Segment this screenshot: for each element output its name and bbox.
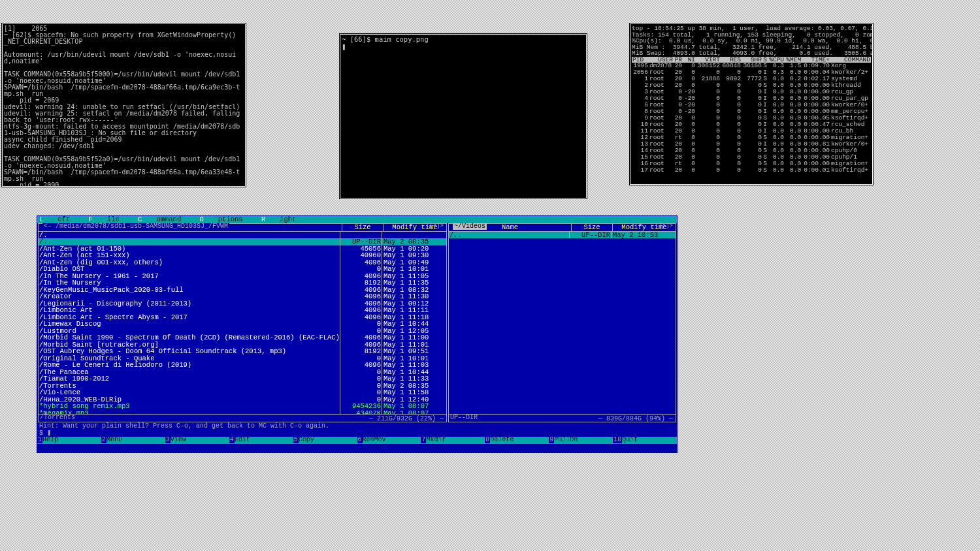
process-row[interactable]: 17root200000S0.00.00:00.01ksoftirqd+ <box>632 167 871 174</box>
fkey-help[interactable]: 1Help <box>37 437 101 444</box>
fkey-edit[interactable]: 4Edit <box>229 437 293 444</box>
mc-right-path[interactable]: ~/Videos <box>453 223 487 230</box>
mc-scroll-indicator: [^] <box>664 437 675 443</box>
terminal-output: ~ [66]$ maim copy.png ❚ <box>342 36 585 50</box>
mc-right-status: UP--DIR — 839G/884G (94%) — <box>449 414 676 422</box>
file-row[interactable]: /Ant-Zen (act 151-xxx)40960May 1 09:30 <box>39 252 446 259</box>
fkey-copy[interactable]: 5Copy <box>293 437 357 444</box>
mc-right-panel[interactable]: ~/Videos .[^]> Name Size Modify time /..… <box>448 223 676 422</box>
fkey-menu[interactable]: 2Menu <box>101 437 165 444</box>
file-row[interactable]: /Limewax Discog0May 1 10:44 <box>39 321 446 328</box>
mc-left-panel[interactable]: <- /media/dm2078/sdb1-usb-SAMSUNG_HD103S… <box>38 223 447 422</box>
terminal-top[interactable]: top - 10:54:25 up 38 min, 1 user, load a… <box>630 24 873 185</box>
col-size[interactable]: Size <box>342 224 383 231</box>
mc-function-keys[interactable]: 1Help2Menu3View4Edit5Copy6RenMov7Mkdir8D… <box>37 437 677 444</box>
mc-hint: Hint: Want your plain shell? Press C-o, … <box>37 422 677 430</box>
file-row[interactable]: /In the Nursery8192May 1 11:35 <box>39 279 446 287</box>
mc-right-file-list[interactable]: /..UP--DIRMay 2 10:53 <box>449 232 676 415</box>
file-row[interactable]: /Morbid Saint 1990 - Spectrum Of Death (… <box>39 334 446 341</box>
col-size[interactable]: Size <box>571 224 612 231</box>
fkey-pulldn[interactable]: 9PullDn <box>549 437 613 444</box>
mc-panel-controls[interactable]: .[^]> <box>426 223 444 229</box>
file-row[interactable]: /Tiamat 1990-20120May 1 11:33 <box>39 375 446 383</box>
file-row[interactable]: /Vio-Lence0May 1 11:58 <box>39 389 446 396</box>
fkey-renmov[interactable]: 6RenMov <box>357 437 421 444</box>
midnight-commander-window[interactable]: Left File Command Options Right <- /medi… <box>37 215 678 453</box>
file-row[interactable]: /Limbonic Art4096May 1 11:11 <box>39 307 446 314</box>
terminal-spacefm[interactable]: [1] 2065 ~ [62]$ spacefm: No such proper… <box>2 24 246 187</box>
file-row[interactable]: *hybrid song remix.mp39454236May 1 08:07 <box>39 403 446 410</box>
mc-left-file-list[interactable]: /./..UP--DIRMay 2 08:35/Ant-Zen (act 01-… <box>39 232 446 415</box>
top-header: top - 10:54:25 up 38 min, 1 user, load a… <box>632 25 871 57</box>
mc-panel-controls[interactable]: .[^]> <box>655 223 673 229</box>
fkey-delete[interactable]: 8Delete <box>485 437 549 444</box>
file-row[interactable]: /OST Aubrey Hodges - Doom 64 Official So… <box>39 348 446 355</box>
menu-right[interactable]: Right <box>261 215 297 223</box>
mc-left-status: /Torrents — 211G/932G (22%) — <box>39 414 446 422</box>
mc-left-path: <- /media/dm2078/sdb1-usb-SAMSUNG_HD103S… <box>42 223 229 230</box>
file-row[interactable]: /Diablo OST0May 1 10:01 <box>39 266 446 273</box>
terminal-output: [1] 2065 ~ [62]$ spacefm: No such proper… <box>4 25 244 187</box>
terminal-maim[interactable]: ~ [66]$ maim copy.png ❚ <box>340 34 587 198</box>
fkey-mkdir[interactable]: 7Mkdir <box>421 437 485 444</box>
file-row[interactable]: /Kreator4096May 1 11:30 <box>39 293 446 300</box>
file-row[interactable]: /..UP--DIRMay 2 08:35 <box>39 238 446 245</box>
file-row[interactable]: /..UP--DIRMay 2 10:53 <box>449 232 676 239</box>
top-process-table: PIDUSERPRNIVIRTRESSHRS%CPU%MEMTIME+COMMA… <box>632 57 871 174</box>
file-row[interactable]: /Rome - Le Ceneri di Heliodoro (2019)409… <box>39 362 446 369</box>
fkey-view[interactable]: 3View <box>165 437 229 444</box>
